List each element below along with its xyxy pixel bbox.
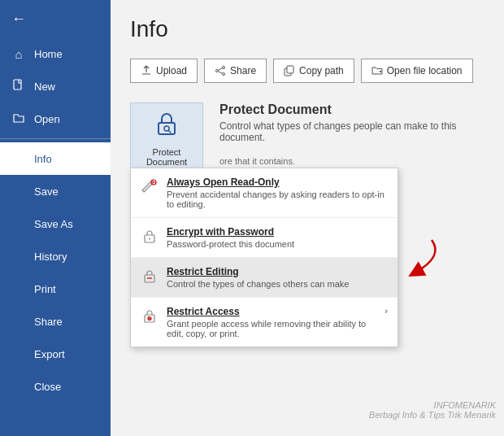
folder-icon <box>371 65 383 76</box>
sidebar: ← ⌂ Home New Open Info Save Save As Hist… <box>0 0 111 436</box>
svg-rect-0 <box>14 80 21 89</box>
share-button[interactable]: Share <box>204 59 267 83</box>
copy-path-button[interactable]: Copy path <box>273 59 354 83</box>
dropdown-item-restrict-access[interactable]: Restrict Access Grant people access whil… <box>131 298 398 347</box>
dropdown-item-content: Restrict Editing Control the types of ch… <box>167 266 388 289</box>
content-area: Protect Document ▼ Always Open Read-Only… <box>130 102 484 193</box>
copy-path-icon <box>284 65 295 76</box>
sidebar-item-label: Export <box>34 348 65 360</box>
dropdown-item-title: Restrict Access <box>167 306 376 317</box>
watermark-line2: Berbagi Info & Tips Trik Menarik <box>369 410 496 420</box>
dropdown-item-desc: Grant people access while removing their… <box>167 319 376 338</box>
back-icon: ← <box>11 11 26 28</box>
new-icon <box>11 79 26 94</box>
sidebar-item-info[interactable]: Info <box>0 142 111 175</box>
open-icon <box>11 111 26 127</box>
sidebar-item-export[interactable]: Export <box>0 338 111 370</box>
dropdown-item-desc: Password-protect this document <box>167 239 388 249</box>
upload-button[interactable]: Upload <box>130 59 198 83</box>
chevron-right-icon: › <box>385 306 388 316</box>
sidebar-item-share[interactable]: Share <box>0 305 111 338</box>
svg-rect-5 <box>287 66 293 73</box>
sidebar-item-new[interactable]: New <box>0 70 111 102</box>
svg-point-10 <box>149 238 150 240</box>
toolbar: Upload Share Copy path Open file locatio… <box>130 59 484 83</box>
dropdown-item-content: Always Open Read-Only Prevent accidental… <box>167 177 388 209</box>
sidebar-item-history[interactable]: History <box>0 240 111 272</box>
svg-point-3 <box>223 73 225 76</box>
dropdown-item-desc: Prevent accidental changes by asking rea… <box>167 190 388 209</box>
dropdown-item-encrypt[interactable]: Encrypt with Password Password-protect t… <box>131 218 398 258</box>
dropdown-item-always-open[interactable]: Always Open Read-Only Prevent accidental… <box>131 168 398 218</box>
watermark: INFOMENARIK Berbagi Info & Tips Trik Men… <box>369 400 496 420</box>
dropdown-item-content: Restrict Access Grant people access whil… <box>167 306 376 338</box>
dropdown-item-title: Always Open Read-Only <box>167 177 388 188</box>
protect-document-title: Protect Document <box>219 102 484 117</box>
home-icon: ⌂ <box>11 47 26 61</box>
sidebar-item-label: History <box>34 251 67 263</box>
svg-rect-6 <box>159 123 175 134</box>
dropdown-item-desc: Control the types of changes others can … <box>167 279 388 289</box>
sidebar-item-label: Save <box>34 185 59 198</box>
restrict-access-icon <box>141 307 159 328</box>
open-file-location-button[interactable]: Open file location <box>361 59 473 83</box>
svg-point-1 <box>223 67 225 69</box>
sidebar-item-label: Open <box>34 113 60 125</box>
watermark-line1: INFOMENARIK <box>369 400 496 410</box>
share-icon <box>215 65 226 76</box>
sidebar-item-print[interactable]: Print <box>0 272 111 305</box>
upload-icon <box>141 65 152 76</box>
sidebar-item-label: Close <box>34 381 61 393</box>
info-line1: ore that it contains. <box>219 156 484 166</box>
dropdown-item-restrict-editing[interactable]: Restrict Editing Control the types of ch… <box>131 258 398 298</box>
dropdown-item-content: Encrypt with Password Password-protect t… <box>167 226 388 249</box>
sidebar-item-home[interactable]: ⌂ Home <box>0 37 111 70</box>
sidebar-item-label: Info <box>34 153 52 165</box>
restrict-editing-icon <box>141 268 159 288</box>
sidebar-item-close[interactable]: Close <box>0 370 111 403</box>
back-button[interactable]: ← <box>0 0 37 37</box>
sidebar-item-label: Print <box>34 283 56 295</box>
sidebar-item-label: Save As <box>34 218 73 230</box>
protect-document-description: Control what types of changes people can… <box>219 120 480 143</box>
sidebar-item-label: Share <box>34 316 63 328</box>
page-title: Info <box>130 16 484 42</box>
svg-point-2 <box>216 70 219 72</box>
read-only-icon <box>141 178 159 198</box>
sidebar-item-save-as[interactable]: Save As <box>0 207 111 240</box>
sidebar-item-label: Home <box>34 48 63 60</box>
sidebar-item-open[interactable]: Open <box>0 102 111 135</box>
main-content: Info Upload Share Copy path Open file lo… <box>111 0 504 436</box>
sidebar-item-label: New <box>34 81 55 93</box>
dropdown-item-title: Restrict Editing <box>167 266 388 277</box>
protect-dropdown-menu: Always Open Read-Only Prevent accidental… <box>130 168 398 347</box>
sidebar-item-save[interactable]: Save <box>0 175 111 207</box>
protect-document-label: Protect Document <box>137 147 196 167</box>
password-icon <box>141 228 159 248</box>
dropdown-item-title: Encrypt with Password <box>167 226 388 238</box>
lock-search-icon <box>152 110 181 144</box>
